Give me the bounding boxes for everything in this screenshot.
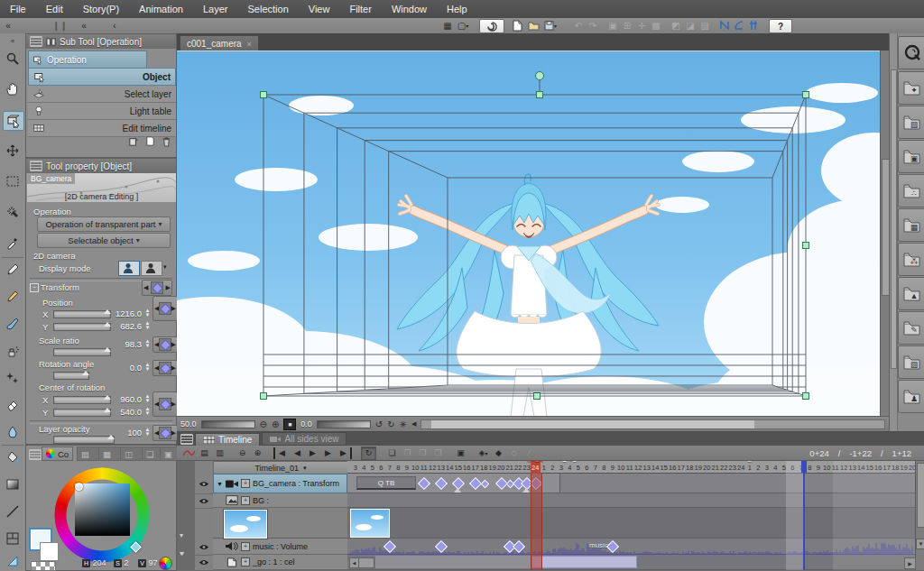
canvas-hscrollbar[interactable] [420,419,885,429]
move-layer-tool[interactable] [3,142,23,160]
display-mode-normal-button[interactable] [141,261,162,276]
opacity-slider[interactable] [53,436,115,444]
color-slider-tab[interactable]: ▤ [77,447,100,461]
camera-keyframe-row[interactable]: Q TB [347,474,915,493]
scroll-down-icon[interactable]: ▾▾ [180,549,181,557]
scale-value[interactable]: 98.3 [109,339,142,349]
x-stepper[interactable]: ▲▼ [143,308,152,318]
layer-thumbnail[interactable] [224,510,267,539]
flip-v-icon[interactable]: ◪ [684,19,697,32]
subtool-item-object[interactable]: Object [28,68,176,86]
y-stepper[interactable]: ▲▼ [143,320,152,331]
opacity-value[interactable]: 100 [109,428,142,437]
menu-selection[interactable]: Selection [238,4,299,14]
menu-edit[interactable]: Edit [36,4,73,14]
remove-keyframe-icon[interactable]: ◇ [507,447,521,459]
prev-frame-icon[interactable]: ◀ [291,447,304,459]
center-y-stepper[interactable]: ▲▼ [143,406,152,417]
material-bar-scrollbar[interactable] [890,33,898,431]
timeline-view-icon[interactable]: ▤ [198,447,211,459]
subtool-group-tab[interactable]: Operation [28,51,147,69]
sub-color-swatch[interactable] [40,542,59,561]
menu-window[interactable]: Window [382,4,437,14]
eye-icon[interactable] [195,555,213,571]
decoration-tool[interactable] [3,369,23,387]
eraser-tool[interactable] [3,396,23,414]
delete-subtool-icon[interactable] [161,135,172,147]
fill-tool[interactable] [3,448,23,466]
keyframe-diamond[interactable] [435,540,448,553]
reset-view-icon[interactable]: ✳ [400,419,407,429]
selectable-object-dropdown[interactable]: Selectable object▾ [37,233,171,248]
material-3d-object-button[interactable]: ▧ [898,345,924,379]
display-mode-dropdown-icon[interactable]: ▾ [163,263,167,271]
cel-clip[interactable] [531,556,637,568]
center-y-slider[interactable] [53,409,111,417]
blend-tool[interactable] [3,423,23,441]
keyframe-diamond[interactable] [606,540,619,553]
tool-preview[interactable]: BG_camera [2D camera Editing ] [27,173,176,202]
transparent-color-swatch[interactable] [31,561,56,571]
close-tab-icon[interactable]: × [247,40,252,49]
scale-stepper[interactable]: ▲▼ [143,338,152,349]
collapse-arrow-icon[interactable]: ‹ [108,19,121,32]
keyframe-diamond[interactable] [480,480,489,489]
keyframe-diamond[interactable] [418,477,430,490]
divider-handle[interactable]: ❙❙ [52,19,68,32]
keyframe-triangle[interactable] [522,488,530,493]
playhead[interactable] [531,474,542,570]
y-value[interactable]: 682.6 [109,321,142,331]
add-keyframe-icon[interactable]: ◆ [492,447,505,459]
ruler-tool[interactable] [3,553,23,569]
snap-ruler-icon[interactable] [718,19,731,32]
rotate-cw-icon[interactable]: ↻ [387,419,394,429]
onion-prev-icon[interactable]: ❐ [401,447,414,459]
new-keyframe-icon[interactable]: + [241,557,250,566]
new-file-icon[interactable] [511,19,523,32]
menu-help[interactable]: Help [437,4,477,14]
bg-thumbnail-row[interactable] [347,508,915,539]
timeline-scroll-right-icon[interactable]: ▶ [904,557,916,569]
x-value[interactable]: 1216.0 [109,309,142,318]
mesh-icon[interactable]: ▩ [650,19,662,32]
track-bg[interactable]: + BG : [213,493,347,508]
save-icon[interactable]: ▾ [544,19,557,32]
ruler-frame-24[interactable]: 24 [531,464,539,472]
eye-icon[interactable] [195,474,213,494]
center-x-stepper[interactable]: ▲▼ [143,393,152,404]
material-monochrome-pattern-button[interactable]: ∴ [898,174,924,207]
zoom-in-icon[interactable]: ⊕ [272,419,279,429]
new-keyframe-icon[interactable]: + [241,496,250,505]
material-effect-button[interactable]: ⁂ [898,243,924,276]
material-manga-button[interactable]: ▦ [898,208,924,242]
keyframe-diamond[interactable] [383,540,396,553]
rotate-ccw-icon[interactable]: ↺ [375,419,383,429]
position-keyframe-control[interactable]: ◀▶ [152,296,178,321]
opacity-stepper[interactable]: ▲▼ [143,427,152,437]
track-music[interactable]: + music : Volume [213,539,347,555]
collapse-left2-icon[interactable]: « [78,19,90,32]
center-y-value[interactable]: 540.0 [109,407,142,417]
onion-color-icon[interactable]: ❐ [431,447,445,459]
flip-h-icon[interactable]: ◩ [670,19,682,32]
music-row[interactable]: music [347,539,915,555]
material-image-bg-button[interactable]: ▲ [898,277,924,310]
snap-grid-icon[interactable] [747,19,760,32]
timeline-vscrollbar[interactable]: ▼ [915,461,924,570]
opacity-keyframe-control[interactable]: ◀▶ [152,425,178,441]
rotation-slider[interactable] [53,372,89,380]
collapse-left-icon[interactable]: « [2,19,14,32]
transform-collapse-icon[interactable]: − [30,283,39,292]
snap-special-ruler-icon[interactable] [733,19,745,32]
gradient-tool[interactable] [3,475,23,493]
bg-clip-row[interactable] [347,493,915,508]
subtool-item-select-layer[interactable]: Select layer [28,86,176,103]
menu-animation[interactable]: Animation [129,4,193,14]
new-keyframe-icon[interactable]: + [241,542,250,551]
material-pose-button[interactable]: ♟ [898,380,924,413]
center-keyframe-control[interactable]: ◀▶ [152,391,178,417]
canvas[interactable] [177,51,880,417]
edit-keyframe-icon[interactable]: ∕ [522,447,536,459]
open-file-icon[interactable] [527,19,540,32]
last-frame-icon[interactable]: ▶ [337,447,352,459]
